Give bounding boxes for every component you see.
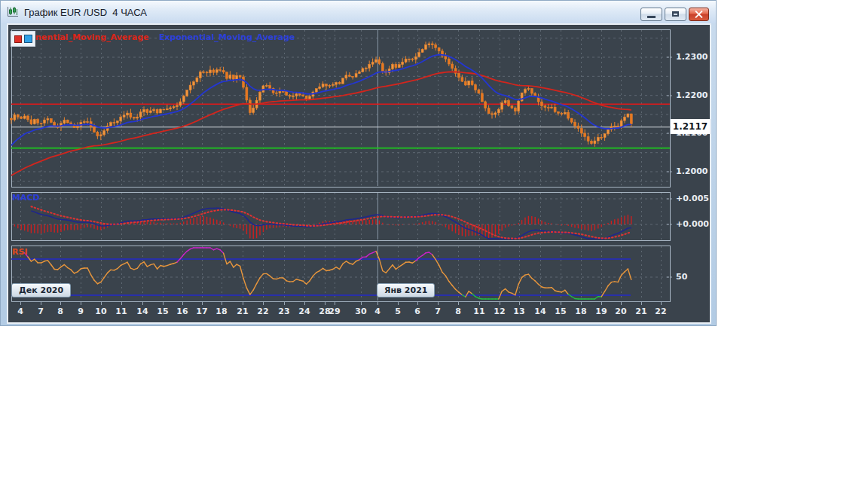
x-axis-tick-label: 20: [610, 307, 631, 317]
close-button[interactable]: [689, 8, 709, 21]
maximize-button[interactable]: [665, 8, 686, 21]
right-axis-label: +0.000: [676, 219, 709, 230]
macd-panel-label: MACD: [12, 193, 40, 203]
x-axis-tick-label: 8: [50, 307, 71, 317]
x-axis-tick-label: 19: [591, 307, 612, 317]
x-axis-tick-label: 21: [631, 307, 652, 317]
x-axis-tick-label: 24: [294, 307, 315, 317]
x-axis-tick-label: 6: [407, 307, 428, 317]
month-marker-dec: Дек 2020: [11, 283, 71, 297]
x-axis-tick-label: 11: [111, 307, 132, 317]
x-axis-tick-label: 12: [489, 307, 510, 317]
right-axis-label: 50: [676, 272, 687, 282]
x-axis-tick-label: 15: [152, 307, 173, 317]
legend-ema-blue-label: Exponential_Moving_Average: [159, 32, 295, 42]
current-price-badge: 1.2117: [671, 119, 710, 134]
x-axis-tick-label: 10: [90, 307, 112, 317]
right-axis-label: 1.2300: [676, 52, 708, 63]
minimize-icon: [647, 16, 656, 18]
x-axis-tick-label: 8: [448, 307, 469, 317]
x-axis-tick-label: 18: [570, 307, 591, 317]
x-axis-tick-label: 14: [132, 307, 153, 317]
desktop: График EUR /USD 4 ЧАСА Exponential_Movin…: [0, 0, 868, 488]
x-axis-tick-label: 17: [191, 307, 212, 317]
legend-red-swatch-icon: [14, 35, 22, 43]
x-axis-tick-label: 21: [232, 307, 253, 317]
x-axis-tick-label: 13: [509, 307, 530, 317]
chart-window: График EUR /USD 4 ЧАСА Exponential_Movin…: [0, 0, 717, 326]
x-axis-tick-label: 5: [387, 307, 408, 317]
x-axis-tick-label: 9: [70, 307, 91, 317]
x-axis-tick-label: 14: [530, 307, 551, 317]
x-axis-tick-label: 7: [30, 307, 51, 317]
legend-swatches: [11, 31, 35, 47]
x-axis-tick-label: 15: [550, 307, 571, 317]
x-axis-tick-label: 16: [172, 307, 193, 317]
candlestick-chart-icon: [6, 6, 20, 18]
maximize-icon: [672, 11, 679, 17]
window-controls: [640, 8, 709, 21]
right-axis-label: +0.005: [676, 194, 709, 204]
right-axis-label: 1.2000: [676, 166, 708, 177]
x-axis-tick-label: 7: [427, 307, 448, 317]
rsi-panel-label: RSI: [12, 247, 28, 257]
x-axis-tick-label: 29: [324, 307, 345, 317]
right-axis-label: 1.2200: [676, 90, 708, 101]
minimize-button[interactable]: [640, 8, 662, 21]
chart-canvas[interactable]: [7, 23, 711, 324]
legend-blue-swatch-icon: [24, 35, 32, 43]
x-axis-tick-label: 22: [252, 307, 274, 317]
x-axis-tick-label: 23: [274, 307, 295, 317]
x-axis-tick-label: 4: [10, 307, 31, 317]
x-axis-tick-label: 11: [469, 307, 490, 317]
x-axis-tick-label: 4: [367, 307, 388, 317]
x-axis-tick-label: 18: [211, 307, 232, 317]
window-title: График EUR /USD 4 ЧАСА: [24, 7, 147, 18]
window-titlebar[interactable]: График EUR /USD 4 ЧАСА: [1, 1, 716, 23]
x-axis-tick-label: 22: [650, 307, 671, 317]
month-marker-jan: Янв 2021: [377, 283, 435, 297]
